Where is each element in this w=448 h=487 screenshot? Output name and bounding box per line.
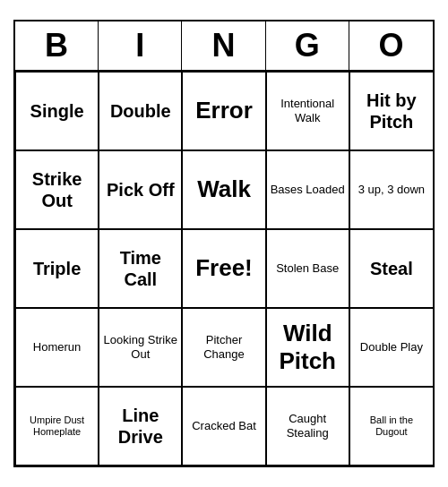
cell-text: Pitcher Change <box>186 333 261 361</box>
bingo-cell: Ball in the Dugout <box>349 387 433 466</box>
cell-text: Umpire Dust Homeplate <box>20 414 94 438</box>
cell-text: Stolen Base <box>276 261 339 276</box>
cell-text: Intentional Walk <box>271 97 345 124</box>
bingo-cell: Time Call <box>99 229 182 308</box>
bingo-cell: Umpire Dust Homeplate <box>15 387 99 466</box>
cell-text: Error <box>195 97 253 124</box>
bingo-cell: Error <box>182 72 265 150</box>
bingo-cell: Caught Stealing <box>266 387 349 466</box>
bingo-card: BINGO SingleDoubleErrorIntentional WalkH… <box>13 20 435 467</box>
bingo-cell: Line Drive <box>99 387 182 466</box>
cell-text: Hit by Pitch <box>354 90 429 132</box>
cell-text: Strike Out <box>20 168 94 211</box>
header-letter: O <box>349 21 433 70</box>
header-letter: B <box>15 21 99 70</box>
cell-text: Single <box>30 100 84 122</box>
cell-text: Walk <box>197 175 251 203</box>
bingo-cell: Pitcher Change <box>182 308 265 387</box>
cell-text: Free! <box>195 254 253 282</box>
cell-text: Bases Loaded <box>271 183 345 197</box>
cell-text: Cracked Bat <box>192 419 256 433</box>
bingo-header: BINGO <box>15 21 433 72</box>
cell-text: Wild Pitch <box>271 320 345 375</box>
bingo-grid: SingleDoubleErrorIntentional WalkHit by … <box>15 72 433 466</box>
bingo-cell: Triple <box>15 229 99 308</box>
bingo-cell: Steal <box>349 229 433 308</box>
cell-text: Steal <box>370 258 413 279</box>
bingo-cell: Intentional Walk <box>266 72 349 150</box>
cell-text: Line Drive <box>103 405 177 448</box>
cell-text: 3 up, 3 down <box>358 183 425 197</box>
bingo-cell: Stolen Base <box>266 229 349 308</box>
header-letter: G <box>266 21 349 70</box>
bingo-cell: Single <box>15 72 99 150</box>
bingo-cell: Looking Strike Out <box>99 308 182 387</box>
cell-text: Double Play <box>360 340 423 355</box>
cell-text: Double <box>110 100 171 122</box>
bingo-cell: Double Play <box>349 308 433 387</box>
bingo-cell: Double <box>99 72 182 150</box>
bingo-cell: Hit by Pitch <box>349 72 433 150</box>
cell-text: Pick Off <box>107 179 175 201</box>
bingo-cell: Wild Pitch <box>266 308 349 387</box>
cell-text: Time Call <box>103 247 177 290</box>
bingo-cell: Walk <box>182 150 265 229</box>
bingo-cell: Homerun <box>15 308 99 387</box>
bingo-cell: Pick Off <box>99 150 182 229</box>
cell-text: Triple <box>33 258 81 279</box>
bingo-cell: Free! <box>182 229 265 308</box>
header-letter: N <box>182 21 265 70</box>
bingo-cell: 3 up, 3 down <box>349 150 433 229</box>
bingo-cell: Cracked Bat <box>182 387 265 466</box>
bingo-cell: Bases Loaded <box>266 150 349 229</box>
cell-text: Caught Stealing <box>271 412 345 440</box>
cell-text: Homerun <box>33 340 81 355</box>
header-letter: I <box>99 21 182 70</box>
cell-text: Ball in the Dugout <box>354 414 429 438</box>
cell-text: Looking Strike Out <box>103 333 177 361</box>
bingo-cell: Strike Out <box>15 150 99 229</box>
